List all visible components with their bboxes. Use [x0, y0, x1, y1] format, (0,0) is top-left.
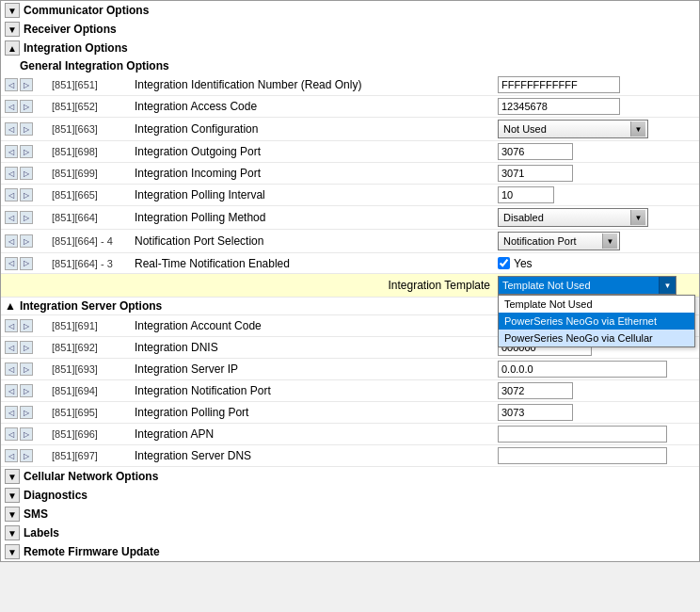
general-integration-label: General Integration Options	[20, 59, 169, 72]
row-value	[498, 404, 695, 421]
row-icons: ◁ ▷	[1, 319, 50, 332]
icon-shield-left[interactable]: ◁	[5, 234, 18, 248]
icon-shield-left[interactable]: ◁	[5, 188, 18, 201]
row-icons: ◁ ▷	[1, 406, 50, 419]
icon-shield-left[interactable]: ◁	[5, 427, 18, 441]
row-value: Notification Port ▼	[498, 232, 695, 250]
icon-shield-left[interactable]: ◁	[5, 362, 18, 376]
icon-shield-left[interactable]: ◁	[5, 211, 18, 224]
row-label: Integration Polling Method	[135, 211, 498, 224]
icon-shield-right[interactable]: ▷	[20, 145, 33, 158]
outgoing-port-input[interactable]	[498, 143, 573, 160]
remote-firmware-label: Remote Firmware Update	[24, 545, 160, 558]
server-dns-input[interactable]	[498, 447, 667, 464]
icon-shield-right[interactable]: ▷	[20, 78, 33, 91]
table-row: ◁ ▷ [851][664] - 3 Real-Time Notificatio…	[1, 253, 699, 274]
notification-port-select[interactable]: Notification Port ▼	[498, 232, 620, 250]
labels-header[interactable]: ▼ Labels	[1, 523, 699, 542]
labels-toggle[interactable]: ▼	[5, 525, 20, 540]
row-value	[498, 143, 695, 160]
icon-shield-right[interactable]: ▷	[20, 167, 33, 180]
receiver-options-header[interactable]: ▼ Receiver Options	[1, 20, 699, 39]
polling-method-select[interactable]: Disabled ▼	[498, 208, 648, 227]
row-icons: ◁ ▷	[1, 234, 50, 248]
checkbox-area: Yes	[498, 257, 533, 270]
icon-shield-left[interactable]: ◁	[5, 122, 18, 136]
table-row: ◁ ▷ [851][651] Integration Identificatio…	[1, 74, 699, 96]
row-value	[498, 361, 695, 378]
row-value: Disabled ▼	[498, 208, 695, 227]
icon-shield-left[interactable]: ◁	[5, 449, 18, 462]
apn-input[interactable]	[498, 426, 667, 443]
dropdown-arrow-icon: ▼	[602, 234, 617, 249]
row-code: [851][694]	[50, 385, 135, 396]
access-code-input[interactable]	[498, 98, 620, 115]
dropdown-item-template-not-used[interactable]: Template Not Used	[499, 296, 694, 313]
icon-shield-right[interactable]: ▷	[20, 188, 33, 201]
checkbox-label: Yes	[514, 257, 533, 270]
communicator-toggle[interactable]: ▼	[5, 3, 20, 18]
incoming-port-input[interactable]	[498, 165, 573, 182]
icon-shield-right[interactable]: ▷	[20, 406, 33, 419]
row-label: Real-Time Notification Enabled	[135, 257, 498, 270]
icon-shield-right[interactable]: ▷	[20, 362, 33, 376]
communicator-options-header[interactable]: ▼ Communicator Options	[1, 1, 699, 20]
row-label: Integration DNIS	[135, 341, 498, 354]
cellular-toggle[interactable]: ▼	[5, 469, 20, 484]
row-icons: ◁ ▷	[1, 145, 50, 158]
icon-shield-left[interactable]: ◁	[5, 406, 18, 419]
icon-shield-right[interactable]: ▷	[20, 341, 33, 354]
integration-template-select[interactable]: Template Not Used ▼	[498, 276, 676, 295]
notification-port-input[interactable]	[498, 382, 573, 399]
icon-shield-left[interactable]: ◁	[5, 257, 18, 270]
remote-firmware-toggle[interactable]: ▼	[5, 544, 20, 559]
sms-label: SMS	[24, 507, 48, 521]
diagnostics-toggle[interactable]: ▼	[5, 488, 20, 503]
server-ip-input[interactable]	[498, 361, 667, 378]
polling-port-input[interactable]	[498, 404, 573, 421]
row-code: [851][652]	[50, 101, 135, 112]
icon-shield-left[interactable]: ◁	[5, 341, 18, 354]
row-icons: ◁ ▷	[1, 449, 50, 462]
diagnostics-header[interactable]: ▼ Diagnostics	[1, 486, 699, 505]
communicator-label: Communicator Options	[24, 4, 149, 17]
icon-shield-left[interactable]: ◁	[5, 145, 18, 158]
realtime-notification-checkbox[interactable]	[498, 257, 510, 269]
dropdown-item-ethernet[interactable]: PowerSeries NeoGo via Ethernet	[499, 313, 694, 330]
row-value: Yes	[498, 257, 695, 270]
icon-shield-right[interactable]: ▷	[20, 234, 33, 248]
icon-shield-right[interactable]: ▷	[20, 449, 33, 462]
icon-shield-right[interactable]: ▷	[20, 100, 33, 113]
cellular-options-header[interactable]: ▼ Cellular Network Options	[1, 467, 699, 486]
icon-shield-right[interactable]: ▷	[20, 211, 33, 224]
dropdown-item-cellular[interactable]: PowerSeries NeoGo via Cellular	[499, 330, 694, 346]
row-label: Notification Port Selection	[135, 234, 498, 248]
row-value	[498, 447, 695, 464]
remote-firmware-header[interactable]: ▼ Remote Firmware Update	[1, 542, 699, 561]
integration-server-toggle[interactable]: ▲	[5, 299, 16, 313]
general-integration-subheader: General Integration Options	[1, 57, 699, 74]
icon-shield-right[interactable]: ▷	[20, 384, 33, 397]
row-label: Integration Outgoing Port	[135, 145, 498, 158]
integration-config-select[interactable]: Not Used ▼	[498, 120, 648, 138]
icon-shield-left[interactable]: ◁	[5, 78, 18, 91]
row-code: [851][693]	[50, 363, 135, 375]
row-code: [851][696]	[50, 428, 135, 440]
icon-shield-left[interactable]: ◁	[5, 319, 18, 332]
icon-shield-right[interactable]: ▷	[20, 427, 33, 441]
icon-shield-left[interactable]: ◁	[5, 167, 18, 180]
sms-header[interactable]: ▼ SMS	[1, 505, 699, 523]
icon-shield-right[interactable]: ▷	[20, 319, 33, 332]
icon-shield-left[interactable]: ◁	[5, 384, 18, 397]
icon-shield-left[interactable]: ◁	[5, 100, 18, 113]
integration-options-header[interactable]: ▲ Integration Options	[1, 39, 699, 57]
receiver-toggle[interactable]: ▼	[5, 22, 20, 37]
icon-shield-right[interactable]: ▷	[20, 257, 33, 270]
dropdown-arrow-icon: ▼	[630, 210, 645, 225]
integration-toggle[interactable]: ▲	[5, 40, 20, 56]
sms-toggle[interactable]: ▼	[5, 507, 20, 522]
integration-template-label: Integration Template	[50, 279, 498, 292]
icon-shield-right[interactable]: ▷	[20, 122, 33, 136]
polling-interval-input[interactable]	[498, 186, 554, 203]
integration-id-input[interactable]	[498, 76, 620, 93]
